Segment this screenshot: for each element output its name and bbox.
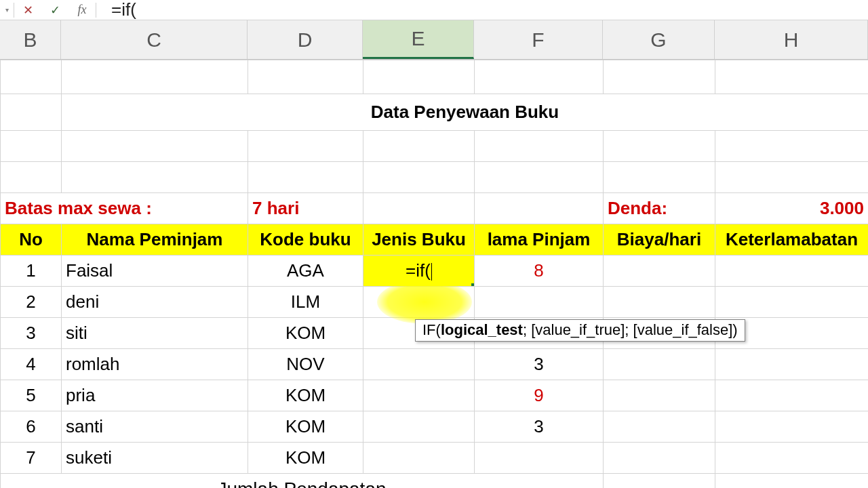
cell-biaya[interactable] [604, 443, 715, 474]
denda-label: Denda: [604, 193, 715, 224]
cell-biaya[interactable] [604, 256, 715, 287]
cell-keterlambatan[interactable] [715, 287, 869, 318]
cell-lama[interactable]: 8 [475, 256, 604, 287]
cell-jenis[interactable] [363, 380, 475, 411]
cell-keterlambatan[interactable] [715, 380, 869, 411]
hdr-keter: Keterlamabatan [715, 224, 869, 256]
cell-nama[interactable]: santi [62, 411, 248, 443]
cell-blank[interactable] [363, 162, 475, 193]
hdr-jenis: Jenis Buku [363, 224, 475, 256]
cell-biaya[interactable] [604, 349, 715, 380]
cell-no[interactable]: 3 [1, 318, 62, 349]
cell-biaya[interactable] [604, 380, 715, 411]
cell-blank[interactable] [62, 60, 248, 94]
cell-keterlambatan[interactable] [715, 349, 869, 380]
cell-blank[interactable] [1, 162, 62, 193]
cell-blank[interactable] [1, 94, 62, 131]
cell-blank[interactable] [248, 162, 363, 193]
max-sewa-label: Batas max sewa : [1, 193, 248, 224]
column-header-D[interactable]: D [248, 20, 363, 59]
fx-icon[interactable]: fx [68, 1, 96, 19]
cell-no[interactable]: 4 [1, 349, 62, 380]
column-header-E[interactable]: E [363, 20, 474, 59]
denda-value: 3.000 [715, 193, 869, 224]
cell-blank[interactable] [715, 162, 869, 193]
column-header-F[interactable]: F [474, 20, 603, 59]
cell-no[interactable]: 6 [1, 411, 62, 443]
cell-blank[interactable] [604, 162, 715, 193]
cell-no[interactable]: 2 [1, 287, 62, 318]
cell-nama[interactable]: pria [62, 380, 248, 411]
cell-biaya[interactable] [604, 287, 715, 318]
function-tooltip: IF(logical_test; [value_if_true]; [value… [415, 319, 745, 342]
hdr-nama: Nama Peminjam [62, 224, 248, 256]
column-header-B[interactable]: B [0, 20, 61, 59]
cell-blank[interactable] [363, 131, 475, 162]
cell-keterlambatan[interactable] [715, 411, 869, 443]
hdr-lama: lama Pinjam [475, 224, 604, 256]
cell-kode[interactable]: ILM [248, 287, 363, 318]
cell-jenis[interactable] [363, 287, 475, 318]
cell-kode[interactable]: KOM [248, 411, 363, 443]
hdr-biaya: Biaya/hari [604, 224, 715, 256]
cell-nama[interactable]: Faisal [62, 256, 248, 287]
cell-blank[interactable] [475, 131, 604, 162]
max-sewa-value: 7 hari [248, 193, 363, 224]
formula-bar: ▾ ✕ ✓ fx =if( [0, 0, 868, 20]
column-headers: BCDEFGH [0, 20, 868, 60]
formula-input[interactable]: =if( [96, 0, 868, 20]
cell-blank[interactable] [475, 60, 604, 94]
enter-icon[interactable]: ✓ [41, 1, 68, 19]
cell-jenis-editing[interactable]: =if( [363, 256, 475, 287]
cell-lama[interactable] [475, 287, 604, 318]
cell-no[interactable]: 7 [1, 443, 62, 474]
column-header-H[interactable]: H [715, 20, 868, 59]
cell-blank[interactable] [715, 60, 869, 94]
cell-nama[interactable]: siti [62, 318, 248, 349]
cancel-icon[interactable]: ✕ [14, 1, 41, 19]
cell-blank[interactable] [1, 131, 62, 162]
sheet-title: Data Penyewaan Buku [62, 94, 869, 131]
cell-jenis[interactable] [363, 411, 475, 443]
cell-no[interactable]: 1 [1, 256, 62, 287]
cell-lama[interactable]: 3 [475, 349, 604, 380]
spreadsheet-grid[interactable]: Data Penyewaan BukuBatas max sewa :7 har… [0, 60, 868, 488]
footer-jumlah: Jumlah Pendapatan [1, 474, 604, 489]
cell-kode[interactable]: KOM [248, 318, 363, 349]
cell-blank[interactable] [475, 162, 604, 193]
cell-blank[interactable] [715, 131, 869, 162]
cell-blank[interactable] [1, 60, 62, 94]
cell-lama[interactable]: 9 [475, 380, 604, 411]
cell-keterlambatan[interactable] [715, 256, 869, 287]
cell-lama[interactable] [475, 443, 604, 474]
cell-blank[interactable] [604, 60, 715, 94]
cell-nama[interactable]: romlah [62, 349, 248, 380]
cell-blank[interactable] [248, 131, 363, 162]
hdr-no: No [1, 224, 62, 256]
cell-blank[interactable] [604, 131, 715, 162]
name-box-dropdown-icon[interactable]: ▾ [0, 1, 14, 19]
cell-keterlambatan[interactable] [715, 443, 869, 474]
cell-nama[interactable]: suketi [62, 443, 248, 474]
cell-blank[interactable] [363, 60, 475, 94]
column-header-G[interactable]: G [603, 20, 715, 59]
cell-kode[interactable]: NOV [248, 349, 363, 380]
cell-blank[interactable] [62, 162, 248, 193]
cell-jenis[interactable] [363, 443, 475, 474]
hdr-kode: Kode buku [248, 224, 363, 256]
column-header-C[interactable]: C [61, 20, 248, 59]
cell-kode[interactable]: KOM [248, 443, 363, 474]
cell-blank[interactable] [62, 131, 248, 162]
cell-no[interactable]: 5 [1, 380, 62, 411]
cell-kode[interactable]: AGA [248, 256, 363, 287]
cell-jenis[interactable] [363, 349, 475, 380]
cell-biaya[interactable] [604, 411, 715, 443]
cell-nama[interactable]: deni [62, 287, 248, 318]
cell-lama[interactable]: 3 [475, 411, 604, 443]
cell-kode[interactable]: KOM [248, 380, 363, 411]
cell-blank[interactable] [248, 60, 363, 94]
